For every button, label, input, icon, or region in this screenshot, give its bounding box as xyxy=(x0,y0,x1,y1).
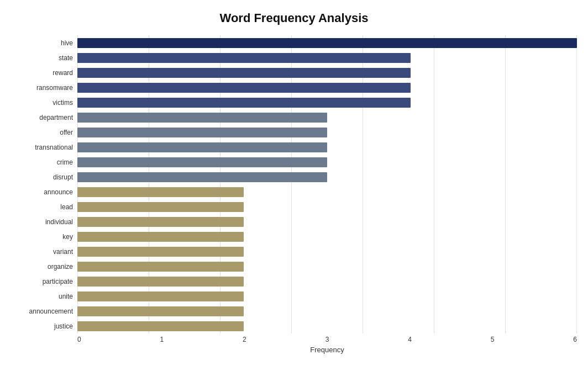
bar xyxy=(77,232,244,242)
x-tick: 6 xyxy=(573,336,577,343)
bar xyxy=(77,68,411,78)
y-label: crime xyxy=(57,159,73,166)
plot-area: hivestaterewardransomwarevictimsdepartme… xyxy=(11,35,577,333)
bars-and-grid xyxy=(77,35,577,333)
y-label: unite xyxy=(59,293,73,300)
y-label: reward xyxy=(53,70,73,76)
y-label: individual xyxy=(45,219,73,225)
bar-row xyxy=(77,199,577,214)
bar-row xyxy=(77,184,577,199)
bar-row xyxy=(77,110,577,125)
bar-row xyxy=(77,169,577,184)
bar-row xyxy=(77,65,577,80)
bar xyxy=(77,98,411,108)
bar-row xyxy=(77,80,577,95)
bar-row xyxy=(77,155,577,169)
x-tick: 5 xyxy=(491,336,495,343)
bar xyxy=(77,128,327,137)
x-axis: 0123456 xyxy=(77,336,577,343)
bar xyxy=(77,306,244,316)
bar-row xyxy=(77,229,577,244)
y-label: announce xyxy=(44,189,73,195)
bar xyxy=(77,142,327,152)
bar xyxy=(77,157,327,167)
bar-row xyxy=(77,214,577,229)
y-label: variant xyxy=(53,248,73,255)
y-label: department xyxy=(39,114,73,121)
bar xyxy=(77,53,411,63)
y-label: disrupt xyxy=(53,174,73,181)
x-tick: 3 xyxy=(326,336,329,343)
bar xyxy=(77,187,244,197)
bar-row xyxy=(77,319,577,333)
y-label: transnational xyxy=(35,144,73,151)
bar-row xyxy=(77,244,577,259)
y-label: organize xyxy=(48,263,73,270)
x-axis-label: Frequency xyxy=(77,346,577,354)
y-label: justice xyxy=(54,323,73,330)
y-label: ransomware xyxy=(36,84,73,91)
bar xyxy=(77,113,327,123)
bar xyxy=(77,291,244,301)
bar-row xyxy=(77,259,577,274)
bar-row xyxy=(77,140,577,155)
y-label: lead xyxy=(60,204,73,210)
y-labels: hivestaterewardransomwarevictimsdepartme… xyxy=(11,35,77,333)
bar-row xyxy=(77,125,577,140)
y-label: state xyxy=(59,55,73,61)
y-label: hive xyxy=(61,40,73,46)
bar xyxy=(77,247,244,257)
bar xyxy=(77,83,411,93)
bar xyxy=(77,217,244,227)
y-label: participate xyxy=(43,278,73,285)
y-label: offer xyxy=(60,129,73,136)
chart-title: Word Frequency Analysis xyxy=(11,11,577,25)
bars-column xyxy=(77,35,577,333)
bar xyxy=(77,277,244,287)
x-tick: 1 xyxy=(160,336,164,343)
x-tick: 0 xyxy=(77,336,81,343)
bar-row xyxy=(77,35,577,50)
bar-row xyxy=(77,50,577,65)
bar-row xyxy=(77,95,577,110)
y-label: victims xyxy=(53,99,73,106)
bar-row xyxy=(77,304,577,319)
chart-area: hivestaterewardransomwarevictimsdepartme… xyxy=(11,35,577,354)
bar xyxy=(77,262,244,272)
bar-row xyxy=(77,289,577,304)
bar-row xyxy=(77,274,577,289)
bar xyxy=(77,172,327,182)
x-tick: 2 xyxy=(243,336,246,343)
bar xyxy=(77,202,244,212)
y-label: key xyxy=(62,234,73,240)
x-tick: 4 xyxy=(408,336,412,343)
chart-container: Word Frequency Analysis hivestaterewardr… xyxy=(0,0,588,387)
bar xyxy=(77,321,244,331)
y-label: announcement xyxy=(29,308,73,315)
bar xyxy=(77,38,577,48)
